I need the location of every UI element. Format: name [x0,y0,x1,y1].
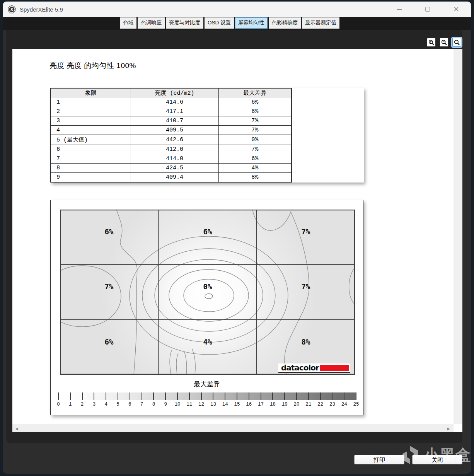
scale-tick-label: 14 [222,402,228,407]
zoom-toolbar [427,38,461,47]
table-cell: 9 [51,172,131,182]
datacolor-logo: datacolor [278,363,350,373]
scale-tick [237,392,237,400]
table-header-row: 象限亮度 (cd/m2)最大差异 [51,88,292,98]
table-header-cell: 象限 [51,88,131,98]
tab-色彩精确度[interactable]: 色彩精确度 [269,17,301,29]
tab-显示器额定值[interactable]: 显示器额定值 [302,17,339,29]
scale-tick-label: 24 [341,402,347,407]
scale-tick [225,392,225,400]
print-button[interactable]: 打印 [354,455,404,464]
tab-色域[interactable]: 色域 [120,17,136,29]
scale-tick-label: 11 [186,402,192,407]
table-cell: 2 [51,107,131,116]
spyder-s-logo-icon: S [7,5,16,14]
window-title: SpyderXElite 5.9 [20,6,63,13]
scale-tick-label: 23 [329,402,335,407]
tab-色调响应[interactable]: 色调响应 [138,17,165,29]
scale-tick-label: 3 [93,402,96,407]
table-row: 2417.16% [51,107,292,116]
table-header-cell: 亮度 (cd/m2) [131,88,218,98]
table-cell: 5 (最大值) [51,135,131,145]
tab-strip: 色域色调响应亮度与对比度OSD 设置屏幕均匀性色彩精确度显示器额定值 [3,17,471,30]
scale-tick-label: 10 [174,402,180,407]
scale-tick [177,392,178,400]
uniformity-contour-map: 6%6%7%7%0%7%6%4%8% datacolor [60,210,355,375]
zoom-out-icon [441,39,447,46]
table-cell: 3 [51,116,131,126]
table-cell: 7 [51,154,131,164]
table-cell: 410.7 [131,116,218,126]
table-row: 6412.07% [51,145,292,154]
table-row: 4409.57% [51,126,292,135]
scale-tick-label: 18 [270,402,276,407]
scale-tick-label: 2 [81,402,84,407]
scale-tick-label: 15 [234,402,240,407]
tab-亮度与对比度[interactable]: 亮度与对比度 [166,17,203,29]
scale-tick [130,392,130,400]
scale-tick-label: 25 [353,402,359,407]
table-cell: 424.5 [131,164,218,173]
quadrant-label: 7% [105,282,114,291]
scale-tick [213,392,213,400]
close-dialog-button[interactable]: 关闭 [412,455,462,464]
scale-title: 最大差异 [51,380,363,389]
scale-tick-label: 5 [116,402,119,407]
minimize-button[interactable] [393,3,405,15]
scale-tick-label: 17 [258,402,264,407]
scale-tick-label: 9 [164,402,167,407]
scroll-right-arrow-icon[interactable]: ▶ [444,424,453,433]
scale-tick-label: 8 [152,402,155,407]
table-cell: 1 [51,98,131,107]
vertical-scrollbar-gutter[interactable] [454,49,462,424]
contour-plot: 6%6%7%7%0%7%6%4%8% [60,210,355,375]
scale-tick [320,392,321,400]
scale-tick [189,392,190,400]
scale-tick [272,392,273,400]
quadrant-label: 7% [302,282,310,291]
table-cell: 7% [218,116,292,126]
quadrant-label: 0% [203,282,212,291]
scale-tick [106,392,106,400]
tab-屏幕均匀性[interactable]: 屏幕均匀性 [235,17,268,29]
quadrant-label: 6% [203,227,212,236]
quadrant-label: 8% [302,338,310,346]
table-row: 3410.77% [51,116,292,126]
horizontal-scrollbar[interactable]: ◀ ▶ [12,424,454,432]
scale-tick-labels: 0123456789101112131415161718192021222324… [58,402,356,408]
table-cell: 442.6 [131,135,218,145]
scale-tick [201,392,202,400]
table-cell: 417.1 [131,107,218,116]
table-row: 9409.48% [51,172,292,182]
tab-OSD 设置[interactable]: OSD 设置 [205,17,234,29]
scale-tick [249,392,249,400]
magnifier-button[interactable] [452,38,461,47]
scale-tick [284,392,285,400]
scale-tick [296,392,297,400]
datacolor-logo-text: datacolor [281,364,319,372]
scale-tick [70,392,71,400]
scale-tick [356,392,356,400]
scale-tick-label: 12 [198,402,204,407]
table-row: 5 (最大值)442.60% [51,135,292,145]
zoom-in-button[interactable] [427,38,436,47]
table-cell: 414.6 [131,98,218,107]
scale-tick-label: 21 [305,402,311,407]
table-cell: 7% [218,145,292,154]
table-cell: 409.4 [131,172,218,182]
table-cell: 6% [218,154,292,164]
table-row: 1414.66% [51,98,292,107]
table-cell: 8% [218,172,292,182]
table-cell: 7% [218,126,292,135]
zoom-out-button[interactable] [440,38,448,47]
report-page: 亮度 亮度 的均匀性 100% 象限亮度 (cd/m2)最大差异 1414.66… [12,49,454,424]
scale-tick-label: 0 [57,402,60,407]
scroll-left-arrow-icon[interactable]: ◀ [12,424,21,433]
maximize-button[interactable] [422,3,433,15]
table-cell: 6% [218,98,292,107]
close-button[interactable]: ✕ [450,3,462,15]
quadrant-label: 7% [302,227,310,236]
difference-scale: 0123456789101112131415161718192021222324… [58,392,356,408]
quadrant-label: 6% [105,227,114,236]
scale-tick-label: 20 [293,402,299,407]
